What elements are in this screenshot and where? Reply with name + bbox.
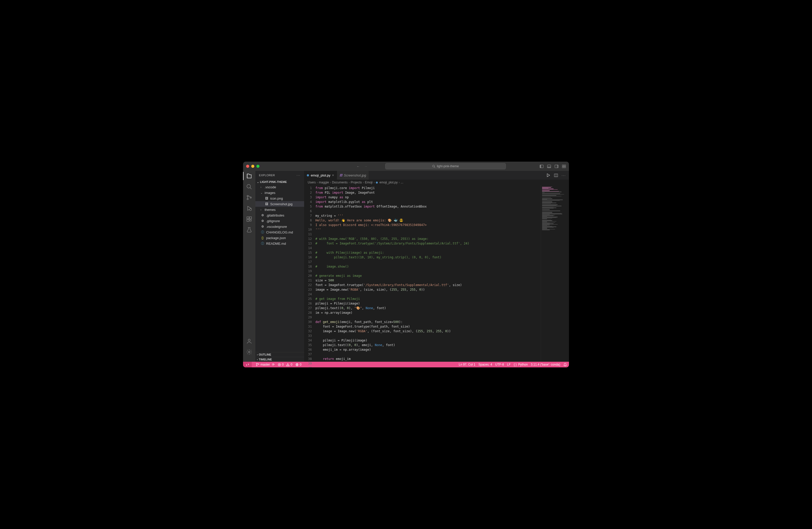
explorer-icon[interactable] [246,173,252,179]
file-icon: ⓘ [260,230,265,234]
line-number: 9 [304,223,315,227]
search-icon [432,165,435,168]
code-line: im = np.array(image) [315,310,541,315]
breadcrumb-separator: › [374,181,375,184]
file-item[interactable]: ⓘCHANGELOG.md [255,229,304,235]
language-mode[interactable]: { } Python [514,363,528,366]
breadcrumb-segment[interactable]: Users [308,181,316,184]
line-number: 8 [304,218,315,223]
activity-bar [243,171,255,362]
minimize-window-button[interactable] [251,165,254,168]
editor-tab[interactable]: 🖼Screenshot.jpg [337,171,369,180]
close-tab-icon[interactable]: × [332,173,334,177]
run-file-icon[interactable] [546,173,550,177]
chevron-down-icon: ⌄ [257,181,259,183]
layout-panel-bottom-icon[interactable] [547,164,551,168]
tree-item-label: themes [265,208,276,212]
code-editor[interactable]: from pilmoji.core import Pilmojifrom PIL… [315,185,541,362]
code-line: ''' [315,227,541,232]
breadcrumb-segment[interactable]: maggie [319,181,329,184]
close-window-button[interactable] [246,165,249,168]
code-line: pilmoji.text((0, 0), emoji, None, font) [315,343,541,347]
nav-back-button[interactable]: ← [357,164,360,168]
file-item[interactable]: ⚙.vscodeignore [255,224,304,229]
sidebar-header: EXPLORER ··· [255,171,304,180]
ports[interactable]: 0 [295,363,302,366]
python-file-icon: ⬢ [376,181,378,184]
code-line [315,334,541,338]
code-line: # with Pilmoji(image) as pilmoji: [315,250,541,255]
sync-icon: ⟳ [272,363,275,366]
customize-layout-icon[interactable] [562,164,566,168]
vscode-window: ← → light-pink-theme [243,162,569,367]
testing-icon[interactable] [246,227,252,233]
file-item[interactable]: 🖼Screenshot.jpg [255,201,304,207]
eol[interactable]: LF [507,363,511,366]
breadcrumbs[interactable]: Users›maggie›Documents›Projects›Emoji›⬢e… [304,180,569,185]
status-bar: master ⟳ 0 0 0 Ln 97, Col 1 Spaces: 4 UT… [243,362,569,367]
line-number: 39 [304,361,315,366]
account-icon[interactable] [246,338,252,344]
svg-rect-22 [250,220,251,221]
file-item[interactable]: ⚙.gitattributes [255,212,304,218]
folder-item[interactable]: ⌄images [255,190,304,195]
file-item[interactable]: 🖼icon.png [255,195,304,201]
line-number: 14 [304,246,315,250]
notifications-icon[interactable] [563,363,567,366]
settings-gear-icon[interactable] [246,349,252,355]
sidebar-more-icon[interactable]: ··· [297,174,301,177]
svg-rect-9 [564,165,566,166]
command-center[interactable]: light-pink-theme [385,163,506,169]
timeline-section[interactable]: › TIMELINE [255,357,304,362]
breadcrumb-segment[interactable]: Projects [351,181,362,184]
git-branch[interactable]: master ⟳ [256,363,275,366]
editor-tab[interactable]: ⬢emoji_plot.py× [304,171,337,180]
breadcrumb-segment[interactable]: emoji_plot.py [380,181,398,184]
tree-item-label: images [265,191,275,195]
code-line: Hello, world! 👋 Here are some emojis: 🎨 … [315,218,541,223]
file-icon: ⓘ [260,241,265,246]
breadcrumb-segment[interactable]: Documents [332,181,348,184]
code-line: # image.show() [315,264,541,269]
folder-item[interactable]: ›.vscode [255,184,304,190]
line-number: 2 [304,190,315,195]
file-item[interactable]: ⓘREADME.md [255,241,304,246]
svg-point-24 [248,351,250,353]
file-item[interactable]: {}package.json [255,235,304,241]
code-line: pilmoji = Pilmoji(image) [315,338,541,343]
nav-forward-button[interactable]: → [364,164,367,168]
line-number: 1 [304,186,315,190]
project-section[interactable]: ⌄ LIGHT-PINK-THEME [255,180,304,184]
breadcrumb-segment[interactable]: ... [401,181,403,184]
remote-indicator[interactable] [243,362,252,367]
svg-point-23 [248,339,250,341]
layout-sidebar-left-icon[interactable] [540,164,543,168]
outline-section[interactable]: › OUTLINE [255,352,304,357]
file-item[interactable]: ⚙.gitignore [255,218,304,224]
run-debug-icon[interactable] [246,205,252,211]
python-interpreter[interactable]: 3.11.4 ('base': conda) [531,363,560,366]
search-icon[interactable] [246,184,252,190]
code-line: return emoji_im [315,357,541,361]
maximize-window-button[interactable] [256,165,259,168]
breadcrumb-segment[interactable]: Emoji [365,181,373,184]
nav-arrows: ← → [357,164,367,168]
code-line: # get image from Pilmoji [315,297,541,301]
problems[interactable]: 0 0 [278,363,292,366]
split-editor-icon[interactable] [554,173,558,177]
encoding[interactable]: UTF-8 [495,363,504,366]
svg-rect-7 [557,165,558,167]
extensions-icon[interactable] [246,216,252,222]
cursor-position[interactable]: Ln 97, Col 1 [459,363,476,366]
tab-label: Screenshot.jpg [344,173,366,177]
source-control-icon[interactable] [246,194,252,201]
code-line: from pilmoji.core import Pilmoji [315,186,541,190]
indentation[interactable]: Spaces: 4 [478,363,492,366]
line-number: 16 [304,255,315,260]
more-actions-icon[interactable]: ··· [562,173,566,177]
minimap[interactable] [541,185,569,362]
folder-item[interactable]: ›themes [255,207,304,212]
layout-sidebar-right-icon[interactable] [555,164,559,168]
error-count: 0 [282,363,284,366]
python-file-icon: ⬢ [307,174,309,177]
